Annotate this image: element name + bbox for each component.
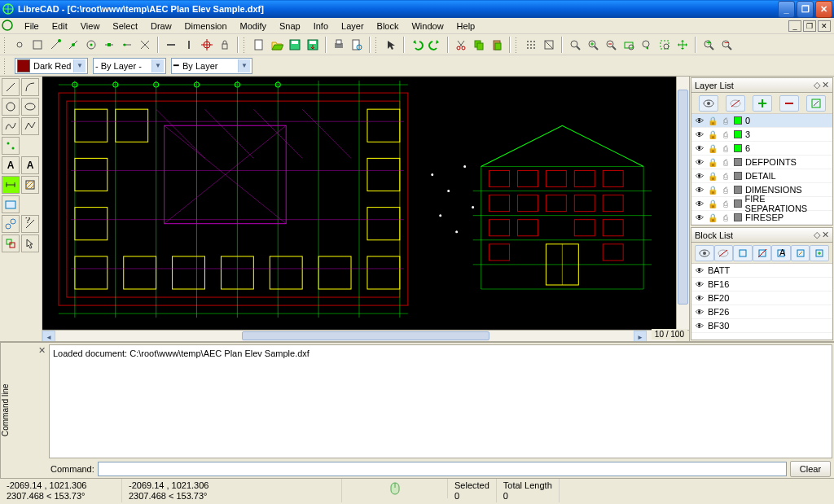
undo-icon[interactable] xyxy=(409,37,425,53)
menu-window[interactable]: Window xyxy=(405,20,450,33)
eye-icon[interactable]: 👁 xyxy=(695,129,705,139)
modify-tool[interactable] xyxy=(2,215,20,233)
snap-middle-icon[interactable] xyxy=(101,37,117,53)
grip-icon[interactable] xyxy=(375,37,378,53)
edit-block-icon[interactable] xyxy=(791,245,810,261)
hide-all-layers-icon[interactable] xyxy=(726,95,745,112)
lock-icon[interactable]: 🔒 xyxy=(708,171,718,181)
redo-icon[interactable] xyxy=(427,37,443,53)
print-icon[interactable]: ⎙ xyxy=(721,185,731,195)
relative-zero-icon[interactable] xyxy=(199,37,215,53)
show-blocks-icon[interactable] xyxy=(695,245,714,261)
eye-icon[interactable]: 👁 xyxy=(695,185,705,195)
text-tool[interactable]: A xyxy=(2,156,20,174)
grip-icon[interactable] xyxy=(3,58,7,74)
command-log[interactable]: ✕ Loaded document: C:\root\www\temp\AEC … xyxy=(49,344,832,458)
add-layer-icon[interactable] xyxy=(753,95,772,112)
menu-layer[interactable]: Layer xyxy=(335,20,371,33)
eye-icon[interactable]: 👁 xyxy=(695,116,705,125)
menu-view[interactable]: View xyxy=(74,20,107,33)
status-mouse-widget[interactable] xyxy=(342,479,448,498)
lock-relative-icon[interactable] xyxy=(217,37,233,53)
open-icon[interactable] xyxy=(269,37,285,53)
grip-icon[interactable] xyxy=(3,37,7,53)
clear-button[interactable]: Clear xyxy=(790,461,831,477)
restrict-horizontal-icon[interactable] xyxy=(163,37,179,53)
scroll-left-icon[interactable]: ◄ xyxy=(42,331,55,341)
snap-free-icon[interactable] xyxy=(11,37,28,53)
close-cmdlog-icon[interactable]: ✕ xyxy=(38,345,46,356)
eye-icon[interactable]: 👁 xyxy=(695,265,705,275)
scroll-right-icon[interactable]: ► xyxy=(634,331,647,341)
lock-icon[interactable]: 🔒 xyxy=(708,116,718,125)
menu-snap[interactable]: Snap xyxy=(273,20,307,33)
menu-dimension[interactable]: Dimension xyxy=(178,20,234,33)
print-icon[interactable]: ⎙ xyxy=(721,116,731,125)
save-icon[interactable] xyxy=(287,37,303,53)
print-icon[interactable]: ⎙ xyxy=(721,213,731,222)
zoom-out-icon[interactable] xyxy=(603,37,619,53)
vertical-scrollbar[interactable] xyxy=(676,77,689,330)
eye-icon[interactable]: 👁 xyxy=(695,157,705,167)
layer-row[interactable]: 👁🔒⎙6 xyxy=(691,142,832,156)
linewidth-combo[interactable]: - By Layer - ▼ xyxy=(93,58,166,74)
layer-panel-title[interactable]: Layer List ◇✕ xyxy=(691,78,832,93)
layer-row[interactable]: 👁🔒⎙DEFPOINTS xyxy=(691,156,832,169)
arc-tool[interactable] xyxy=(21,78,39,96)
image-tool[interactable] xyxy=(2,195,20,213)
zoom-out2-icon[interactable]: − xyxy=(718,37,735,53)
block-row[interactable]: 👁BF30 xyxy=(691,319,832,333)
color-combo[interactable]: Dark Red ▼ xyxy=(15,58,88,74)
eye-icon[interactable]: 👁 xyxy=(695,213,705,222)
polyline-tool[interactable] xyxy=(21,117,39,135)
print-icon[interactable]: ⎙ xyxy=(721,157,731,167)
panel-close-icon[interactable]: ✕ xyxy=(822,80,829,90)
copy-icon[interactable] xyxy=(471,37,487,53)
command-input[interactable] xyxy=(98,462,787,476)
layer-row[interactable]: 👁🔒⎙DETAIL xyxy=(691,169,832,183)
close-button[interactable]: ✕ xyxy=(815,1,832,18)
select-tool[interactable] xyxy=(21,234,39,252)
undock-icon[interactable]: ◇ xyxy=(814,230,820,240)
menu-draw[interactable]: Draw xyxy=(144,20,178,33)
zoom-window-icon[interactable] xyxy=(656,37,673,53)
add-block-icon[interactable] xyxy=(733,245,753,261)
block-tool[interactable] xyxy=(2,234,20,252)
info-tool[interactable]: ? xyxy=(21,215,39,233)
zoom-redraw-icon[interactable] xyxy=(567,37,583,53)
zoom-in2-icon[interactable]: + xyxy=(700,37,717,53)
zoom-in-icon[interactable] xyxy=(585,37,601,53)
block-row[interactable]: 👁BATT xyxy=(691,264,832,278)
grip-icon[interactable] xyxy=(243,37,246,53)
hatch-tool[interactable] xyxy=(21,176,39,194)
saveas-icon[interactable] xyxy=(305,37,321,53)
horizontal-scrollbar[interactable]: ◄ ► 10 / 100 xyxy=(42,330,689,341)
ellipse-tool[interactable] xyxy=(21,98,39,116)
menu-info[interactable]: Info xyxy=(307,20,335,33)
zoom-previous-icon[interactable] xyxy=(639,37,655,53)
edit-layer-icon[interactable] xyxy=(806,95,826,112)
show-all-layers-icon[interactable] xyxy=(699,95,718,112)
paste-icon[interactable] xyxy=(489,37,505,53)
block-list[interactable]: 👁BATT👁BF16👁BF20👁BF26👁BF30 xyxy=(691,264,832,340)
grid-toggle-icon[interactable] xyxy=(523,37,539,53)
snap-intersection-icon[interactable] xyxy=(137,37,153,53)
snap-center-icon[interactable] xyxy=(83,37,99,53)
snap-endpoint-icon[interactable] xyxy=(47,37,64,53)
mdi-minimize[interactable]: _ xyxy=(788,20,801,32)
zoom-pan-icon[interactable] xyxy=(674,37,691,53)
menu-edit[interactable]: Edit xyxy=(46,20,74,33)
restrict-vertical-icon[interactable] xyxy=(181,37,197,53)
rename-block-icon[interactable]: A xyxy=(771,245,791,261)
eye-icon[interactable]: 👁 xyxy=(695,279,705,289)
lock-icon[interactable]: 🔒 xyxy=(708,157,718,167)
layer-row[interactable]: 👁🔒⎙3 xyxy=(691,128,832,142)
minimize-button[interactable]: _ xyxy=(778,1,795,18)
cut-icon[interactable] xyxy=(453,37,469,53)
eye-icon[interactable]: 👁 xyxy=(695,321,705,331)
eye-icon[interactable]: 👁 xyxy=(695,307,705,317)
snap-dist-icon[interactable] xyxy=(119,37,135,53)
menu-block[interactable]: Block xyxy=(371,20,406,33)
remove-block-icon[interactable] xyxy=(753,245,772,261)
snap-grid-icon[interactable] xyxy=(29,37,46,53)
